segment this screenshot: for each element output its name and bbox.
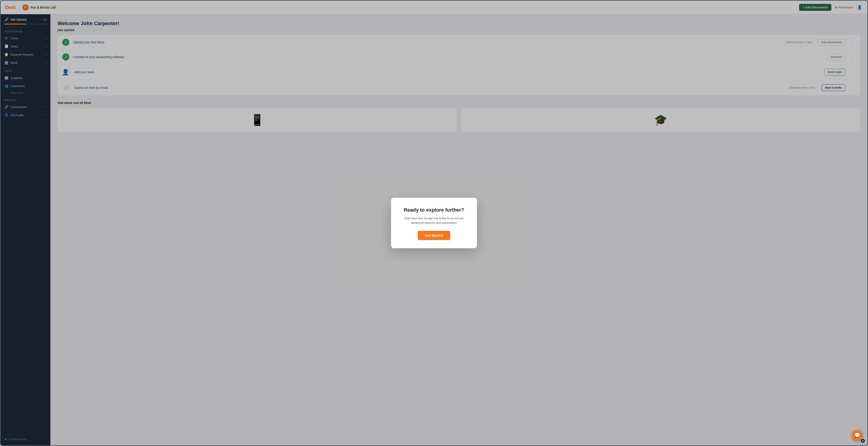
- modal-overlay[interactable]: Ready to explore further? Start your fre…: [0, 0, 868, 446]
- chat-bubble-button[interactable]: 💬: [852, 430, 863, 441]
- chat-badge: 6: [861, 439, 865, 443]
- modal-title: Ready to explore further?: [401, 207, 467, 213]
- modal-body: Start your free 14-day trial today to tr…: [401, 216, 467, 226]
- modal-get-started-button[interactable]: Get Started: [418, 231, 451, 240]
- explore-modal: Ready to explore further? Start your fre…: [391, 198, 477, 248]
